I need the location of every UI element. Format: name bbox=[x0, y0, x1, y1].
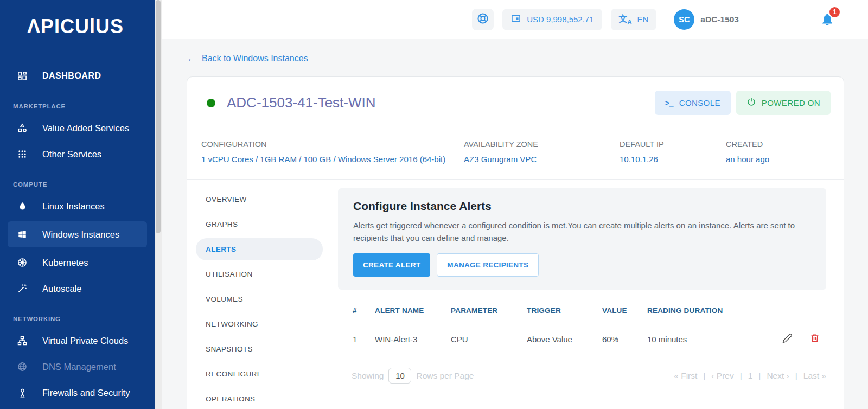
cell-trigger: Above Value bbox=[527, 322, 602, 356]
cell-num: 1 bbox=[338, 322, 375, 356]
windows-icon bbox=[16, 228, 28, 240]
console-button-label: CONSOLE bbox=[679, 98, 720, 107]
sidebar-item-other-services[interactable]: Other Services bbox=[0, 141, 155, 167]
info-value-default-ip: 10.10.1.26 bbox=[620, 154, 726, 166]
help-button[interactable] bbox=[472, 9, 494, 30]
sidebar-item-label: Other Services bbox=[42, 149, 101, 159]
globe-icon bbox=[16, 361, 28, 373]
info-label: CONFIGURATION bbox=[201, 140, 464, 149]
info-value-configuration[interactable]: 1 vCPU Cores / 1GB RAM / 100 GB / Window… bbox=[201, 154, 448, 166]
alerts-content: Configure Instance Alerts Alerts get tri… bbox=[330, 188, 826, 409]
info-default-ip: DEFAULT IP 10.10.1.26 bbox=[620, 140, 726, 166]
sidebar-section-networking: NETWORKING bbox=[0, 302, 155, 328]
tab-snapshots[interactable]: SNAPSHOTS bbox=[196, 338, 304, 360]
notification-badge: 1 bbox=[829, 7, 840, 17]
back-link[interactable]: ← Back to Windows Instances bbox=[187, 53, 308, 63]
col-header-reading-duration: READING DURATION bbox=[647, 298, 767, 322]
sidebar-item-virtual-private-clouds[interactable]: Virtual Private Clouds bbox=[0, 328, 155, 354]
sidebar-item-value-added-services[interactable]: Value Added Services bbox=[0, 115, 155, 141]
sidebar-item-label: DASHBOARD bbox=[42, 71, 101, 81]
table-header-row: # ALERT NAME PARAMETER TRIGGER VALUE REA… bbox=[338, 298, 826, 322]
tab-networking[interactable]: NETWORKING bbox=[196, 313, 304, 335]
account-name[interactable]: aDC-1503 bbox=[700, 15, 739, 24]
instance-tabs: OVERVIEW GRAPHS ALERTS UTILISATION VOLUM… bbox=[196, 188, 330, 409]
instance-body: OVERVIEW GRAPHS ALERTS UTILISATION VOLUM… bbox=[187, 180, 844, 409]
sidebar-item-kubernetes[interactable]: Kubernetes bbox=[0, 250, 155, 276]
pagination-separator: | bbox=[758, 371, 761, 381]
info-created: CREATED an hour ago bbox=[726, 140, 769, 166]
pagination-next[interactable]: Next › bbox=[767, 371, 789, 381]
sidebar-item-linux-instances[interactable]: Linux Instances bbox=[0, 193, 155, 219]
sidebar-item-label: Autoscale bbox=[42, 284, 81, 294]
wallet-icon bbox=[510, 13, 521, 25]
configure-alerts-panel: Configure Instance Alerts Alerts get tri… bbox=[338, 188, 826, 290]
delete-alert-button[interactable] bbox=[810, 333, 820, 345]
sidebar-scrollbar-thumb[interactable] bbox=[156, 0, 161, 233]
sidebar-item-windows-instances[interactable]: Windows Instances bbox=[8, 221, 147, 247]
main-area: USD 9,998,552.71 文A EN SC aDC-1503 1 ← B… bbox=[162, 0, 868, 409]
back-arrow-icon: ← bbox=[187, 53, 197, 63]
manage-recipients-button[interactable]: MANAGE RECIPIENTS bbox=[437, 253, 539, 277]
tab-operations[interactable]: OPERATIONS bbox=[196, 388, 304, 409]
rows-per-page-label: Rows per Page bbox=[416, 371, 474, 381]
col-header-trigger: TRIGGER bbox=[527, 298, 602, 322]
info-label: CREATED bbox=[726, 140, 769, 149]
sidebar-item-dashboard[interactable]: DASHBOARD bbox=[0, 63, 155, 89]
terminal-icon: >_ bbox=[665, 99, 674, 107]
pagination-separator: | bbox=[740, 371, 742, 381]
rows-per-page-input[interactable] bbox=[388, 368, 411, 384]
col-header-parameter: PARAMETER bbox=[451, 298, 527, 322]
instance-info-row: CONFIGURATION 1 vCPU Cores / 1GB RAM / 1… bbox=[187, 129, 844, 180]
cell-alert-name: WIN-Alert-3 bbox=[375, 322, 451, 356]
tab-utilisation[interactable]: UTILISATION bbox=[196, 263, 304, 285]
edit-alert-button[interactable] bbox=[782, 333, 793, 345]
content-area: ← Back to Windows Instances ADC-1503-41-… bbox=[162, 39, 868, 409]
sidebar-nav: DASHBOARD MARKETPLACE Value Added Servic… bbox=[0, 63, 155, 406]
sidebar-scrollbar[interactable] bbox=[155, 0, 162, 409]
pagination-prev[interactable]: ‹ Prev bbox=[711, 371, 733, 381]
sidebar-item-label: DNS Management bbox=[42, 362, 116, 372]
col-header-alert-name: ALERT NAME bbox=[375, 298, 451, 322]
info-value-availability-zone[interactable]: AZ3 Gurugram VPC bbox=[464, 154, 620, 166]
translate-icon: 文A bbox=[619, 14, 632, 25]
language-selector[interactable]: 文A EN bbox=[611, 9, 657, 30]
create-alert-button[interactable]: CREATE ALERT bbox=[353, 253, 430, 277]
sidebar-item-firewalls-and-security[interactable]: Firewalls and Security bbox=[0, 380, 155, 406]
console-button[interactable]: >_ CONSOLE bbox=[655, 91, 731, 115]
power-icon bbox=[746, 97, 756, 108]
sitemap-icon bbox=[16, 335, 28, 347]
kubernetes-helm-icon bbox=[16, 257, 28, 269]
sidebar-section-marketplace: MARKETPLACE bbox=[0, 89, 155, 115]
wallet-balance-button[interactable]: USD 9,998,552.71 bbox=[502, 9, 602, 30]
tab-reconfigure[interactable]: RECONFIGURE bbox=[196, 363, 304, 385]
instance-card: ADC-1503-41-Test-WIN >_ CONSOLE POWERED … bbox=[187, 76, 844, 409]
shapes-icon bbox=[16, 122, 28, 134]
col-header-actions bbox=[767, 298, 826, 322]
info-configuration: CONFIGURATION 1 vCPU Cores / 1GB RAM / 1… bbox=[201, 140, 464, 166]
trash-icon bbox=[810, 333, 820, 345]
tab-alerts[interactable]: ALERTS bbox=[196, 238, 323, 260]
instance-name: ADC-1503-41-Test-WIN bbox=[227, 94, 376, 111]
panel-title: Configure Instance Alerts bbox=[353, 200, 811, 213]
status-running-dot bbox=[207, 99, 215, 107]
pagination-page-1[interactable]: 1 bbox=[748, 371, 753, 381]
pagination-last[interactable]: Last » bbox=[803, 371, 826, 381]
power-status-label: POWERED ON bbox=[762, 98, 820, 107]
apiculus-logo: ΛPICUlUS bbox=[0, 0, 155, 38]
tab-volumes[interactable]: VOLUMES bbox=[196, 288, 304, 310]
col-header-value: VALUE bbox=[602, 298, 647, 322]
power-status-button[interactable]: POWERED ON bbox=[736, 91, 831, 115]
avatar[interactable]: SC bbox=[674, 9, 694, 30]
sidebar-item-label: Virtual Private Clouds bbox=[42, 336, 128, 346]
pagination-first[interactable]: « First bbox=[674, 371, 697, 381]
col-header-num: # bbox=[338, 298, 375, 322]
notifications-button[interactable]: 1 bbox=[820, 12, 834, 27]
sidebar-item-autoscale[interactable]: Autoscale bbox=[0, 276, 155, 302]
sidebar-item-dns-management[interactable]: DNS Management bbox=[0, 354, 155, 380]
info-availability-zone: AVAILABILITY ZONE AZ3 Gurugram VPC bbox=[464, 140, 620, 166]
pencil-icon bbox=[782, 333, 793, 345]
linux-droplet-icon bbox=[16, 200, 28, 212]
tab-graphs[interactable]: GRAPHS bbox=[196, 213, 304, 235]
lifebuoy-icon bbox=[476, 12, 489, 27]
tab-overview[interactable]: OVERVIEW bbox=[196, 188, 304, 210]
